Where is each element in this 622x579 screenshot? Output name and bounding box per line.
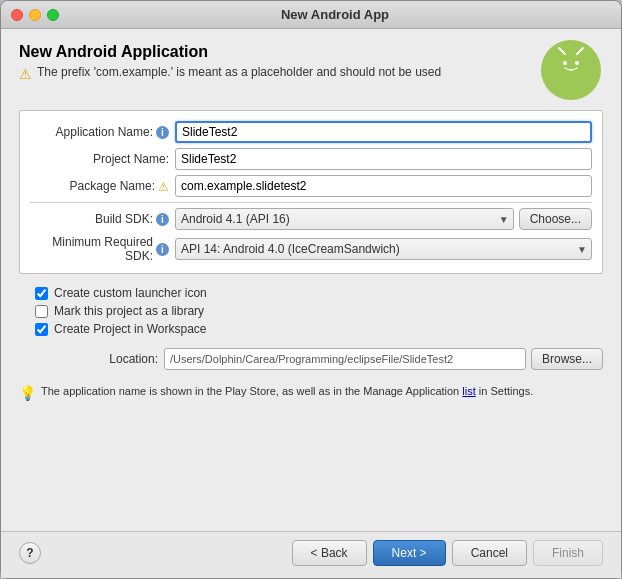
content-area: New Android Application ⚠ The prefix 'co…	[1, 29, 621, 531]
package-warning-icon: ⚠	[158, 180, 169, 194]
warning-icon: ⚠	[19, 66, 32, 82]
location-section: Location: Browse...	[19, 348, 603, 370]
close-button[interactable]	[11, 9, 23, 21]
app-name-label: Application Name: i	[30, 125, 175, 139]
min-sdk-row: Minimum Required SDK: i API 14: Android …	[30, 235, 592, 263]
package-name-row: Package Name: ⚠	[30, 175, 592, 197]
traffic-lights	[11, 9, 59, 21]
min-sdk-select-wrapper: API 14: Android 4.0 (IceCreamSandwich) ▼	[175, 238, 592, 260]
create-workspace-label[interactable]: Create Project in Workspace	[54, 322, 207, 336]
bottom-note: 💡 The application name is shown in the P…	[19, 378, 603, 401]
min-sdk-label: Minimum Required SDK: i	[30, 235, 175, 263]
app-name-info-icon[interactable]: i	[156, 126, 169, 139]
window-title: New Android App	[59, 7, 611, 22]
nav-buttons: < Back Next > Cancel Finish	[292, 540, 603, 566]
svg-point-3	[575, 61, 579, 65]
svg-rect-8	[587, 74, 595, 86]
svg-rect-9	[561, 88, 569, 96]
title-bar: New Android App	[1, 1, 621, 29]
svg-rect-10	[573, 88, 581, 96]
create-launcher-label[interactable]: Create custom launcher icon	[54, 286, 207, 300]
package-name-input[interactable]	[175, 175, 592, 197]
project-name-row: Project Name:	[30, 148, 592, 170]
min-sdk-select[interactable]: API 14: Android 4.0 (IceCreamSandwich)	[175, 238, 592, 260]
build-sdk-info-icon[interactable]: i	[156, 213, 169, 226]
bulb-icon: 💡	[19, 385, 36, 401]
min-sdk-info-icon[interactable]: i	[156, 243, 169, 256]
checkbox-section: Create custom launcher icon Mark this pr…	[19, 282, 603, 340]
page-title: New Android Application	[19, 43, 529, 61]
svg-point-2	[563, 61, 567, 65]
project-name-input[interactable]	[175, 148, 592, 170]
svg-rect-6	[557, 74, 585, 90]
build-sdk-label: Build SDK: i	[30, 212, 175, 226]
cancel-button[interactable]: Cancel	[452, 540, 527, 566]
bottom-note-text: The application name is shown in the Pla…	[41, 384, 533, 399]
app-name-row: Application Name: i	[30, 121, 592, 143]
checkbox-row-workspace: Create Project in Workspace	[19, 322, 603, 336]
finish-button[interactable]: Finish	[533, 540, 603, 566]
browse-button[interactable]: Browse...	[531, 348, 603, 370]
location-input[interactable]	[164, 348, 526, 370]
location-label: Location:	[19, 352, 164, 366]
header-row: New Android Application ⚠ The prefix 'co…	[19, 43, 603, 102]
settings-link[interactable]: list	[462, 385, 475, 397]
build-sdk-row: Build SDK: i Android 4.1 (API 16) ▼ Choo…	[30, 208, 592, 230]
next-button[interactable]: Next >	[373, 540, 446, 566]
main-window: New Android App New Android Application …	[0, 0, 622, 579]
project-name-label: Project Name:	[30, 152, 175, 166]
form-divider-1	[30, 202, 592, 203]
package-name-label: Package Name: ⚠	[30, 179, 175, 194]
warning-row: ⚠ The prefix 'com.example.' is meant as …	[19, 65, 529, 82]
checkbox-row-launcher: Create custom launcher icon	[19, 286, 603, 300]
app-name-input[interactable]	[175, 121, 592, 143]
button-bar: ? < Back Next > Cancel Finish	[1, 531, 621, 578]
choose-button[interactable]: Choose...	[519, 208, 592, 230]
android-logo	[539, 38, 603, 102]
build-sdk-select-wrapper: Android 4.1 (API 16) ▼	[175, 208, 514, 230]
create-workspace-checkbox[interactable]	[35, 323, 48, 336]
header-left: New Android Application ⚠ The prefix 'co…	[19, 43, 529, 82]
help-button[interactable]: ?	[19, 542, 41, 564]
form-section: Application Name: i Project Name: Packag…	[19, 110, 603, 274]
create-launcher-checkbox[interactable]	[35, 287, 48, 300]
mark-library-label[interactable]: Mark this project as a library	[54, 304, 204, 318]
maximize-button[interactable]	[47, 9, 59, 21]
warning-text: The prefix 'com.example.' is meant as a …	[37, 65, 441, 79]
back-button[interactable]: < Back	[292, 540, 367, 566]
checkbox-row-library: Mark this project as a library	[19, 304, 603, 318]
build-sdk-select[interactable]: Android 4.1 (API 16)	[175, 208, 514, 230]
minimize-button[interactable]	[29, 9, 41, 21]
svg-rect-7	[547, 74, 555, 86]
mark-library-checkbox[interactable]	[35, 305, 48, 318]
